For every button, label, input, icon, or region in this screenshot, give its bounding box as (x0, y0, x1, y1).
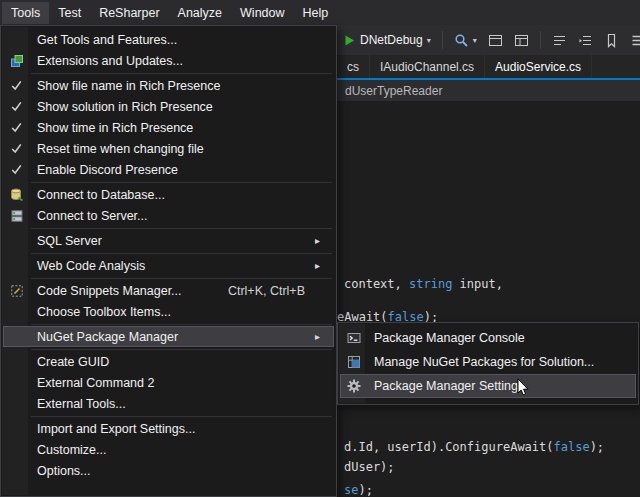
menu-item-label: Connect to Server... (29, 209, 305, 223)
nuget-submenu-item-package-manager-console[interactable]: Package Manager Console (340, 326, 636, 350)
show-lines-button[interactable] (549, 30, 570, 51)
code-token: ); (358, 483, 372, 497)
menubar-item-help[interactable]: Help (294, 2, 338, 24)
menubar-item-analyze[interactable]: Analyze (169, 2, 231, 24)
menu-item-label: Package Manager Settings (366, 379, 607, 393)
new-window-icon (488, 33, 503, 48)
menubar: ToolsTestReSharperAnalyzeWindowHelp (0, 0, 640, 25)
tab-label: IAudioChannel.cs (380, 60, 474, 74)
tools-menu-item-import-and-export-settings[interactable]: Import and Export Settings... (3, 418, 334, 439)
code-line: d.Id, userId).ConfigureAwait(false); (344, 440, 604, 454)
menu-item-label: Enable Discord Presence (29, 163, 305, 177)
tools-menu-separator (31, 73, 332, 74)
debug-target-label: DNetDebug (360, 33, 423, 47)
code-token: string (409, 277, 452, 291)
task-list-icon (630, 33, 640, 48)
check-icon (4, 142, 29, 155)
tools-menu-item-extensions-and-updates[interactable]: Extensions and Updates... (3, 50, 334, 71)
menubar-item-test[interactable]: Test (49, 2, 90, 24)
tools-menu-item-nuget-package-manager[interactable]: NuGet Package Manager▸ (3, 326, 334, 347)
menubar-item-resharper[interactable]: ReSharper (90, 2, 168, 24)
task-list-button[interactable] (627, 30, 640, 51)
toolbar-separator (540, 31, 541, 49)
navigation-member-label: dUserTypeReader (345, 84, 442, 98)
menu-item-label: Reset time when changing file (29, 142, 305, 156)
navigate-lines-button[interactable] (575, 30, 596, 51)
nuget-submenu-item-package-manager-settings[interactable]: Package Manager Settings (340, 374, 636, 398)
connect-server-icon (4, 209, 29, 223)
nuget-submenu-item-manage-nuget-packages-for-solution[interactable]: Manage NuGet Packages for Solution... (340, 350, 636, 374)
tools-menu-item-sql-server[interactable]: SQL Server▸ (3, 230, 334, 251)
tools-menu-item-customize[interactable]: Customize... (3, 439, 334, 460)
tools-menu-item-connect-to-server[interactable]: Connect to Server... (3, 205, 334, 226)
submenu-arrow-icon: ▸ (315, 331, 333, 342)
tools-menu-items: Get Tools and Features...Extensions and … (1, 29, 336, 481)
toolbar-separator (442, 31, 443, 49)
manage-packages-icon (341, 355, 366, 369)
vs-window: ToolsTestReSharperAnalyzeWindowHelp DNet… (0, 0, 640, 497)
tools-menu-separator (31, 324, 332, 325)
code-token: context, (344, 277, 409, 291)
tools-menu-item-enable-discord-presence[interactable]: Enable Discord Presence (3, 159, 334, 180)
tools-menu-separator (31, 416, 332, 417)
nuget-submenu: Package Manager ConsoleManage NuGet Pack… (337, 322, 639, 405)
menu-item-label: Show time in Rich Presence (29, 121, 305, 135)
code-token: ); (590, 440, 604, 454)
navigate-lines-icon (578, 33, 593, 48)
tools-menu-item-choose-toolbox-items[interactable]: Choose Toolbox Items... (3, 301, 334, 322)
code-line: se); (344, 483, 373, 497)
menu-item-label: Import and Export Settings... (29, 422, 305, 436)
menu-item-label: Create GUID (29, 355, 305, 369)
menu-item-label: Get Tools and Features... (29, 33, 305, 47)
tools-menu-item-connect-to-database[interactable]: Connect to Database... (3, 184, 334, 205)
tools-menu-item-external-command-2[interactable]: External Command 2 (3, 372, 334, 393)
tools-menu-separator (31, 349, 332, 350)
check-icon (4, 121, 29, 134)
dropdown-caret-icon: ▾ (473, 36, 477, 45)
show-lines-icon (552, 33, 567, 48)
tab-iaudiochannel-cs[interactable]: IAudioChannel.cs (370, 55, 485, 78)
tools-menu-separator (31, 228, 332, 229)
connect-database-icon (4, 188, 29, 202)
tools-menu-item-show-time-in-rich-presence[interactable]: Show time in Rich Presence (3, 117, 334, 138)
code-line: dUser); (344, 460, 395, 474)
tools-menu-item-code-snippets-manager[interactable]: Code Snippets Manager...Ctrl+K, Ctrl+B (3, 280, 334, 301)
tools-menu-item-reset-time-when-changing-file[interactable]: Reset time when changing file (3, 138, 334, 159)
menu-item-label: External Tools... (29, 397, 305, 411)
new-window-button[interactable] (485, 30, 506, 51)
menu-item-label: Extensions and Updates... (29, 54, 305, 68)
tools-menu-item-create-guid[interactable]: Create GUID (3, 351, 334, 372)
bookmark-button[interactable] (601, 30, 622, 51)
tools-menu-item-show-file-name-in-rich-presence[interactable]: Show file name in Rich Presence (3, 75, 334, 96)
tab-cs[interactable]: cs (337, 55, 370, 78)
menubar-item-window[interactable]: Window (231, 2, 293, 24)
bookmark-icon (604, 33, 619, 48)
menu-item-shortcut: Ctrl+K, Ctrl+B (228, 284, 315, 298)
tools-menu-separator (31, 278, 332, 279)
tools-menu-item-external-tools[interactable]: External Tools... (3, 393, 334, 414)
menu-item-label: NuGet Package Manager (29, 330, 305, 344)
extensions-icon (4, 54, 29, 68)
tools-menu-item-show-solution-in-rich-presence[interactable]: Show solution in Rich Presence (3, 96, 334, 117)
menu-item-label: Manage NuGet Packages for Solution... (366, 355, 607, 369)
tools-menu-item-web-code-analysis[interactable]: Web Code Analysis▸ (3, 255, 334, 276)
split-window-button[interactable] (511, 30, 532, 51)
snippets-icon (4, 284, 29, 298)
code-token: se (344, 483, 358, 497)
tab-audioservice-cs[interactable]: AudioService.cs (485, 55, 592, 78)
menubar-item-tools[interactable]: Tools (2, 2, 49, 24)
check-icon (4, 79, 29, 92)
menu-item-label: Customize... (29, 443, 305, 457)
menu-item-label: Show file name in Rich Presence (29, 79, 305, 93)
console-icon (341, 331, 366, 345)
dropdown-caret-icon: ▾ (427, 36, 431, 45)
menu-item-label: Code Snippets Manager... (29, 284, 228, 298)
tools-menu-item-options[interactable]: Options... (3, 460, 334, 481)
find-button[interactable]: ▾ (451, 30, 480, 51)
tab-label: cs (347, 60, 359, 74)
code-token: dUser); (344, 460, 395, 474)
start-debug-button[interactable]: DNetDebug▾ (340, 30, 434, 50)
menu-item-label: External Command 2 (29, 376, 305, 390)
tools-menu-item-get-tools-and-features[interactable]: Get Tools and Features... (3, 29, 334, 50)
tools-menu: Get Tools and Features...Extensions and … (0, 25, 337, 497)
